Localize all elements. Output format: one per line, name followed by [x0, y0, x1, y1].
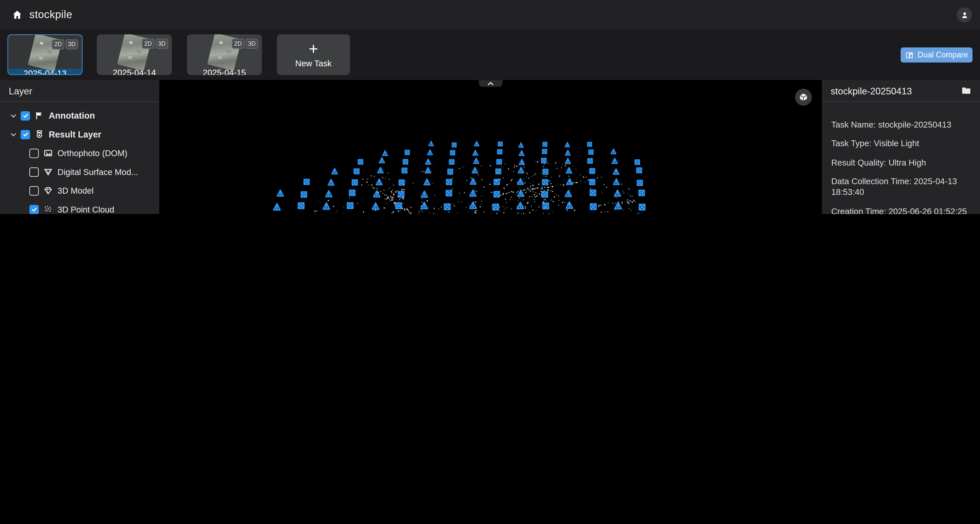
task-date-label: 2025-04-15: [187, 68, 262, 75]
task-tab-2025-04-14[interactable]: 2D 3D 2025-04-14: [97, 35, 172, 75]
surface-model-icon: [43, 167, 53, 177]
image-icon: [43, 148, 53, 158]
3d-viewport[interactable]: AT 2D 3D Capt: [159, 80, 822, 214]
detail-result-quality: Result Quality: Ultra High: [831, 157, 970, 168]
layer-row-3d-model[interactable]: 3D Model: [0, 181, 159, 200]
flag-icon: [35, 110, 45, 121]
badge-3d: 3D: [156, 39, 168, 48]
view-cube-button[interactable]: [795, 89, 812, 106]
new-task-button[interactable]: + New Task: [277, 35, 350, 75]
folder-icon[interactable]: [961, 86, 971, 95]
layer-label: Result Layer: [49, 129, 101, 139]
task-panel-title: stockpile-20250413: [831, 85, 912, 96]
dual-compare-button[interactable]: Dual Compare: [900, 48, 973, 62]
layer-row-dsm[interactable]: Digital Surface Mod...: [0, 162, 159, 181]
task-thumbnail: 2D 3D: [8, 35, 82, 68]
app-window: stockpile 2D 3D 2025-04-13 2D 3D: [0, 0, 980, 214]
task-date-label: 2025-04-14: [97, 68, 172, 75]
task-thumbnail: 2D 3D: [97, 35, 172, 68]
task-thumbnail: 2D 3D: [187, 35, 262, 68]
checkbox-checked[interactable]: [29, 205, 39, 214]
layer-row-result-layer[interactable]: Result Layer: [0, 125, 159, 144]
dual-compare-icon: [905, 51, 914, 59]
layer-label: Annotation: [49, 110, 95, 121]
checkbox-checked[interactable]: [21, 111, 30, 121]
task-detail-panel: stockpile-20250413 Task Name: stockpile-…: [822, 80, 980, 214]
checkbox-unchecked[interactable]: [29, 186, 39, 195]
top-bar: stockpile: [0, 0, 980, 29]
user-avatar-icon[interactable]: [957, 7, 972, 22]
cube-icon: [799, 92, 808, 102]
badge-3d: 3D: [245, 39, 258, 48]
home-icon[interactable]: [12, 10, 23, 20]
badge-2d: 2D: [232, 39, 244, 48]
layer-label: 3D Model: [57, 186, 94, 195]
detail-creation-time: Creation Time: 2025-06-26 01:52:25: [831, 206, 970, 214]
model-3d-icon: [43, 186, 53, 195]
task-date-label: 2025-04-13: [8, 68, 82, 75]
chevron-down-icon[interactable]: [10, 131, 18, 138]
detail-data-collection-time: Data Collection Time: 2025-04-13 18:53:4…: [831, 176, 970, 197]
collapse-top-handle[interactable]: [479, 80, 503, 87]
medal-icon: [35, 129, 45, 139]
chevron-up-icon: [487, 81, 494, 86]
checkbox-checked[interactable]: [21, 130, 30, 139]
layer-row-3d-point-cloud[interactable]: 3D Point Cloud: [0, 200, 159, 214]
detail-task-type: Task Type: Visible Light: [831, 138, 970, 149]
checkbox-unchecked[interactable]: [29, 167, 39, 176]
task-tab-2025-04-15[interactable]: 2D 3D 2025-04-15: [187, 35, 262, 75]
point-cloud-icon: [43, 204, 53, 214]
plus-icon: +: [309, 41, 318, 56]
layer-row-annotation[interactable]: Annotation: [0, 106, 159, 125]
layer-panel-title: Layer: [0, 80, 159, 102]
detail-task-name: Task Name: stockpile-20250413: [831, 119, 970, 130]
point-cloud-canvas[interactable]: [159, 80, 822, 214]
chevron-down-icon[interactable]: [10, 112, 18, 119]
task-tab-bar: 2D 3D 2025-04-13 2D 3D 2025-04-14 2D: [0, 29, 980, 80]
layer-panel: Layer Annotation Result Layer Orthophoto…: [0, 80, 159, 214]
app-title: stockpile: [29, 8, 73, 21]
new-task-label: New Task: [295, 59, 332, 68]
layer-row-orthophoto[interactable]: Orthophoto (DOM): [0, 144, 159, 162]
task-details: Task Name: stockpile-20250413 Task Type:…: [822, 102, 980, 214]
task-tab-2025-04-13[interactable]: 2D 3D 2025-04-13: [7, 35, 83, 75]
badge-2d: 2D: [142, 39, 154, 48]
badge-3d: 3D: [65, 39, 78, 49]
layer-label: Orthophoto (DOM): [57, 148, 127, 158]
layer-label: 3D Point Cloud: [57, 205, 114, 214]
badge-2d: 2D: [52, 39, 64, 49]
checkbox-unchecked[interactable]: [29, 148, 39, 158]
layer-tree: Annotation Result Layer Orthophoto (DOM)…: [0, 102, 159, 214]
dual-compare-label: Dual Compare: [918, 51, 968, 59]
layer-label: Digital Surface Mod...: [57, 167, 138, 176]
